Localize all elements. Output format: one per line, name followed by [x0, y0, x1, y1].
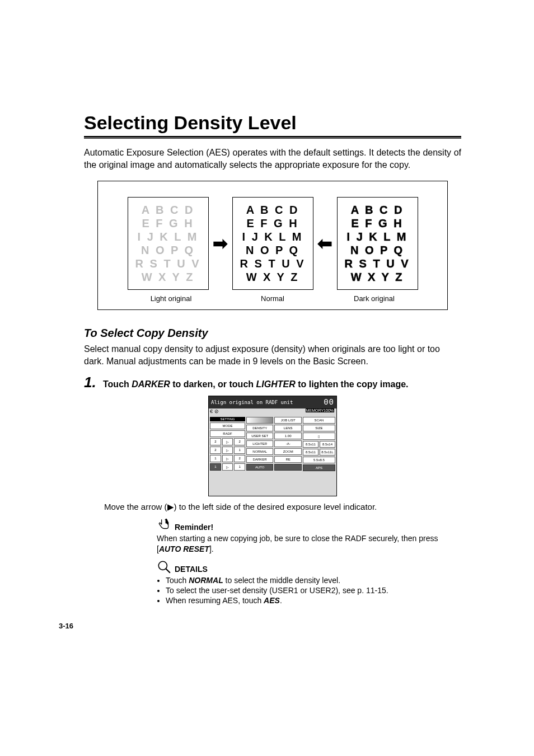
reminder-title: Reminder! [175, 522, 213, 532]
lighter-button[interactable]: LIGHTER [246, 440, 273, 447]
setting-header: SETTING [210, 417, 245, 421]
details-list: Touch NORMAL to select the middle densit… [157, 575, 461, 606]
dark-sample: A B C D E F G H I J K L M N O P Q R S T … [337, 197, 418, 290]
size-label: SIZE [303, 425, 335, 431]
details-item-userset: To select the user-set density (USER1 or… [166, 585, 461, 595]
density-label: DENSITY [246, 425, 273, 431]
select-body: Select manual copy density to adjust exp… [84, 343, 461, 367]
details-item-aes: When resuming AES, touch AES. [166, 595, 461, 605]
lens-value[interactable]: 1.00 [274, 433, 301, 439]
step-1: 1. Touch DARKER to darken, or touch LIGH… [84, 374, 461, 391]
arrow-right-icon: ➡ [212, 233, 229, 254]
magnifier-icon [157, 560, 171, 574]
normal-button[interactable]: NORMAL [246, 448, 273, 455]
svg-point-0 [158, 561, 167, 570]
light-sample: A B C D E F G H I J K L M N O P Q R S T … [128, 197, 209, 290]
screen-memory: MEMORY100% [306, 408, 334, 412]
lens-label: LENS [274, 425, 301, 431]
userset-button[interactable]: USER SET [246, 433, 273, 439]
re-button[interactable]: RE [274, 456, 301, 463]
density-grad [246, 417, 273, 424]
lens-auto[interactable] [274, 464, 301, 471]
a-button[interactable]: -A- [274, 440, 301, 447]
details-block: DETAILS Touch NORMAL to select the middl… [157, 560, 461, 606]
normal-sample: A B C D E F G H I J K L M N O P Q R S T … [232, 197, 313, 290]
radf-button[interactable]: RADF [210, 430, 245, 437]
step-text: Touch DARKER to darken, or touch LIGHTER… [103, 378, 409, 391]
reminder-hand-icon [157, 518, 171, 532]
density-figure: A B C D E F G H I J K L M N O P Q R S T … [97, 181, 448, 310]
screen-counter: 00 [324, 397, 334, 406]
page-number: 3-16 [59, 622, 73, 630]
caption-light: Light original [130, 294, 212, 303]
arrow-left-icon: ⬅ [317, 233, 334, 254]
title-rule [84, 136, 461, 139]
scan-button[interactable]: SCAN [303, 417, 335, 424]
screen-topbar: Align original on RADF unit [209, 396, 336, 408]
lcd-screen-illustration: Align original on RADF unit 00 MEMORY100… [208, 396, 337, 496]
details-title: DETAILS [175, 564, 208, 574]
screen-status-icons: € ⊘ [210, 408, 219, 414]
mode-label: MODE [210, 422, 245, 429]
zoom-button[interactable]: ZOOM [274, 448, 301, 455]
caption-normal: Normal [232, 294, 313, 303]
reminder-body: When starting a new copying job, be sure… [157, 533, 461, 553]
joblist-button[interactable]: JOB LIST [274, 417, 301, 424]
details-item-normal: Touch NORMAL to select the middle densit… [166, 575, 461, 585]
triangle-right-icon: ▶ [167, 502, 174, 511]
auto-button[interactable]: AUTO [246, 464, 273, 471]
svg-line-1 [166, 569, 170, 573]
move-arrow-text: Move the arrow (▶) to the left side of t… [104, 502, 461, 512]
page-title: Selecting Density Level [84, 112, 461, 134]
aps-button[interactable]: APS [303, 464, 335, 471]
intro-paragraph: Automatic Exposure Selection (AES) opera… [84, 147, 461, 171]
darker-button[interactable]: DARKER [246, 456, 273, 463]
figure-captions: Light original Normal Dark original [114, 294, 432, 303]
reminder-block: Reminder! When starting a new copying jo… [157, 518, 461, 553]
size-icon[interactable]: ▯ [303, 433, 335, 440]
step-number: 1. [84, 374, 103, 391]
caption-dark: Dark original [334, 294, 415, 303]
subheading: To Select Copy Density [84, 327, 461, 340]
